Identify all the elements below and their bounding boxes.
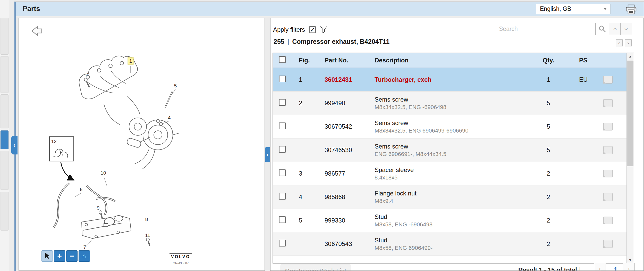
search-input[interactable] (495, 23, 595, 35)
row-checkbox[interactable] (279, 99, 286, 106)
svg-text:4: 4 (168, 115, 171, 120)
taskbar-tile[interactable] (1, 151, 9, 190)
zoom-in-button[interactable]: + (54, 250, 65, 262)
result-count: Result 1 - 15 of total 15 (515, 266, 577, 271)
apply-filters-label: Apply filters (273, 26, 305, 33)
parts-table-main: Fig. Part No. Description Qty. PS 1 3601… (273, 53, 626, 263)
row-checkbox[interactable] (279, 169, 286, 176)
zoom-toolbar: + − ⌂ (41, 250, 90, 262)
svg-text:10: 10 (100, 170, 106, 176)
note-icon[interactable] (603, 99, 613, 107)
back-button[interactable] (30, 24, 44, 37)
table-row[interactable]: 30670542 Sems screw M8x34x32.5, ENG 6906… (273, 115, 626, 138)
filter-funnel-icon[interactable] (320, 26, 328, 34)
row-checkbox[interactable] (279, 146, 286, 153)
row-part-no: 999490 (322, 100, 372, 107)
search-button[interactable] (596, 23, 609, 35)
collapse-sidebar-handle[interactable]: ‹ (11, 136, 18, 154)
language-value: English, GB (540, 5, 571, 12)
diagram-panel[interactable]: 12541210698117 + − ⌂ VOLVO GR-435 (19, 18, 265, 271)
select-all-checkbox[interactable] (279, 56, 286, 63)
row-desc-sub: M8x34x32.5, ENG -6906498 (375, 104, 529, 110)
note-icon[interactable] (603, 170, 613, 177)
scroll-up-button[interactable]: ▲ (627, 53, 634, 60)
row-part-no: 986577 (322, 170, 372, 177)
svg-text:5: 5 (174, 83, 177, 88)
svg-text:9: 9 (97, 205, 100, 211)
volvo-logo-text: VOLVO (170, 253, 192, 260)
header-part-no: Part No. (322, 57, 372, 64)
table-scrollbar[interactable]: ▲ ▼ (626, 53, 634, 263)
note-icon[interactable] (603, 217, 613, 224)
print-button[interactable] (625, 4, 637, 15)
create-worklist-button[interactable]: Create new Work List (280, 265, 351, 271)
table-row[interactable]: 4 985868 Flange lock nut M8x9.4 2 (273, 185, 626, 209)
table-row[interactable]: Vacuum line (273, 256, 626, 263)
row-qty: 5 (529, 123, 568, 130)
row-checkbox[interactable] (279, 76, 286, 82)
row-part-no: 36012431 (322, 76, 372, 83)
taskbar-tile[interactable] (1, 56, 9, 93)
row-part-no: 30670542 (322, 123, 372, 130)
printer-icon (625, 4, 637, 15)
table-row[interactable]: 1 36012431 Turbocharger, exch 1 EU (273, 68, 626, 91)
row-part-no: 30746530 (322, 146, 372, 154)
table-row[interactable]: 2 999490 Sems screw M8x34x32.5, ENG -690… (273, 91, 626, 115)
find-next-button[interactable]: › (620, 23, 632, 35)
detail-arrow (61, 162, 73, 180)
previous-page-button[interactable]: ‹ (594, 263, 606, 271)
row-qty: 5 (529, 100, 568, 107)
chevron-down-icon: › (622, 28, 630, 30)
zoom-out-button[interactable]: − (66, 250, 78, 262)
note-icon[interactable] (603, 76, 613, 84)
row-checkbox[interactable] (279, 122, 286, 129)
chevron-left-icon: ‹ (267, 151, 268, 158)
page-title: Parts (23, 5, 40, 13)
previous-section-button[interactable]: ‹ (616, 39, 623, 46)
row-checkbox[interactable] (279, 216, 286, 223)
taskbar-tile[interactable] (1, 192, 9, 231)
row-desc-sub: M8x58, ENG -6906498 (375, 221, 529, 228)
collapse-table-panel-handle[interactable]: ‹ (265, 147, 270, 162)
language-selector[interactable]: English, GB (536, 4, 611, 14)
current-page-number: 1 (611, 266, 620, 271)
next-section-button[interactable]: › (625, 39, 632, 46)
row-ps: EU (568, 76, 599, 83)
row-checkbox[interactable] (279, 240, 286, 247)
table-row[interactable]: 30746530 Sems screw ENG 6906691-, M8x44x… (273, 138, 626, 162)
row-fig: 2 (296, 100, 322, 107)
chevron-down-icon (603, 8, 607, 10)
note-icon[interactable] (603, 146, 613, 154)
note-icon[interactable] (603, 193, 613, 201)
header-ps: PS (568, 57, 599, 64)
exploded-diagram: 12541210698117 (19, 18, 265, 271)
section-title: Compressor exhaust, B4204T11 (292, 38, 389, 45)
header-description: Description (372, 57, 529, 64)
row-desc-sub: 8.4x18x5 (375, 174, 529, 181)
section-pager: ‹ › (616, 39, 632, 46)
table-row[interactable]: 30670543 Stud M8x58, ENG 6906499- 2 (273, 232, 626, 256)
note-icon[interactable] (603, 123, 613, 130)
next-page-button[interactable]: › (623, 263, 635, 271)
section-id: 255 (274, 38, 284, 45)
search-box (495, 23, 596, 35)
pointer-tool-button[interactable] (41, 250, 53, 262)
scroll-down-button[interactable]: ▼ (627, 257, 634, 263)
parts-window: Parts English, GB (14, 2, 644, 271)
row-checkbox[interactable] (279, 193, 286, 200)
section-heading: 255|Compressor exhaust, B4204T11 (274, 38, 389, 45)
search-icon (598, 25, 606, 33)
zoom-reset-button[interactable]: ⌂ (79, 250, 90, 262)
apply-filters-checkbox[interactable] (309, 26, 316, 33)
table-row[interactable]: 5 999330 Stud M8x58, ENG -6906498 2 (273, 209, 626, 232)
taskbar-tile[interactable] (1, 18, 9, 55)
table-row[interactable]: 3 986577 Spacer sleeve 8.4x18x5 2 (273, 162, 626, 185)
row-desc-sub: M8x34x32.5, ENG 6906499-6906690 (375, 127, 529, 134)
note-icon[interactable] (603, 240, 613, 248)
row-qty: 1 (529, 76, 568, 83)
taskbar-tile-active[interactable] (1, 130, 9, 149)
taskbar-tile[interactable] (1, 94, 9, 128)
find-previous-button[interactable]: › (609, 23, 621, 35)
row-fig: 1 (296, 76, 322, 83)
scroll-thumb[interactable] (627, 61, 633, 166)
